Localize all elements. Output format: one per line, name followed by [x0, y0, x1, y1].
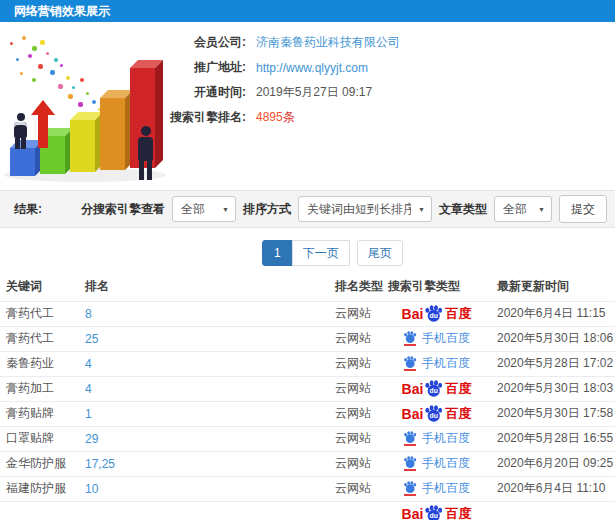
engine-filter-select[interactable]: 全部: [173, 197, 235, 221]
last-page-button[interactable]: 尾页: [357, 240, 403, 266]
svg-text:du: du: [430, 412, 438, 419]
article-type-select[interactable]: 全部: [495, 197, 551, 221]
rank-link[interactable]: 25: [85, 332, 98, 346]
engine-rank-label: 搜索引擎排名:: [148, 109, 246, 126]
pagination: 1 下一页 尾页: [262, 240, 615, 266]
rank-link[interactable]: 17,25: [85, 457, 115, 471]
baidu-mobile-underline: [404, 444, 416, 446]
keyword-cell: 金华防护服: [0, 451, 85, 476]
engine-filter-label: 分搜索引擎查看: [81, 201, 165, 218]
svg-text:du: du: [430, 512, 438, 519]
promo-url-link[interactable]: http://www.qlyyjt.com: [256, 61, 368, 75]
baidu-mobile-underline: [404, 469, 416, 471]
results-table-body: 膏药代工8云网站 Bai du百度2020年6月4日 11:15膏药代工25云网…: [0, 301, 615, 520]
rank-link[interactable]: 1: [85, 407, 92, 421]
rank-type-cell: 云网站: [335, 351, 388, 376]
result-label: 结果:: [14, 201, 42, 218]
baidu-mobile-logo: 手机百度: [403, 480, 470, 497]
baidu-pc-logo: Bai du百度: [402, 505, 472, 520]
table-row: 膏药加工4云网站 Bai du百度2020年5月30日 18:03: [0, 376, 615, 401]
table-row: Bai du百度: [0, 501, 615, 520]
keyword-cell: 膏药贴牌: [0, 401, 85, 426]
table-row: 膏药代工25云网站 手机百度2020年5月30日 18:06: [0, 326, 615, 351]
header-rank: 排名: [85, 272, 335, 301]
table-header-row: 关键词 排名 排名类型 搜索引擎类型 最新更新时间: [0, 272, 615, 301]
keyword-cell: 福建防护服: [0, 476, 85, 501]
baidu-paw-icon: [403, 481, 417, 493]
3d-bar: [10, 148, 35, 176]
submit-button[interactable]: 提交: [559, 195, 607, 223]
baidu-paw-icon: du: [424, 305, 443, 322]
company-info-rows: 会员公司: 济南秦鲁药业科技有限公司 推广地址: http://www.qlyy…: [148, 30, 400, 130]
page-title: 网络营销效果展示: [0, 0, 615, 22]
results-table: 关键词 排名 排名类型 搜索引擎类型 最新更新时间 膏药代工8云网站 Bai d…: [0, 272, 615, 520]
updated-cell: 2020年6月20日 09:25: [485, 451, 615, 476]
company-info-section: 会员公司: 济南秦鲁药业科技有限公司 推广地址: http://www.qlyy…: [0, 22, 615, 190]
rank-link[interactable]: 4: [85, 382, 92, 396]
businessman-figure-left: [14, 113, 27, 149]
engine-cell: Bai du百度: [388, 401, 485, 426]
baidu-paw-icon: du: [424, 405, 443, 422]
table-row: 口罩贴牌29云网站 手机百度2020年5月28日 16:55: [0, 426, 615, 451]
rank-cell: 29: [85, 426, 335, 451]
engine-cell: 手机百度: [388, 426, 485, 451]
rank-link[interactable]: 4: [85, 357, 92, 371]
baidu-paw-icon: [403, 331, 417, 343]
3d-bar: [70, 120, 95, 172]
svg-text:du: du: [430, 387, 438, 394]
svg-text:du: du: [430, 312, 438, 319]
engine-cell: 手机百度: [388, 451, 485, 476]
baidu-paw-icon: du: [424, 505, 443, 520]
rank-cell: 1: [85, 401, 335, 426]
baidu-pc-logo: Bai du百度: [402, 380, 472, 398]
article-type-label: 文章类型: [439, 201, 487, 218]
member-company-link[interactable]: 济南秦鲁药业科技有限公司: [256, 35, 400, 49]
sort-select-wrap: 关键词由短到长排序: [298, 196, 432, 222]
keyword-cell: 膏药代工: [0, 326, 85, 351]
engine-cell: Bai du百度: [388, 501, 485, 520]
rank-link[interactable]: 10: [85, 482, 98, 496]
sort-label: 排序方式: [243, 201, 291, 218]
baidu-pc-logo: Bai du百度: [402, 405, 472, 423]
engine-rank-row: 搜索引擎排名: 4895条: [148, 105, 400, 130]
rank-type-cell: [335, 501, 388, 520]
promo-url-row: 推广地址: http://www.qlyyjt.com: [148, 55, 400, 80]
engine-cell: 手机百度: [388, 476, 485, 501]
updated-cell: 2020年6月4日 11:10: [485, 476, 615, 501]
open-time-label: 开通时间:: [148, 84, 246, 101]
up-arrow-shaft: [38, 114, 48, 148]
updated-cell: 2020年5月28日 16:55: [485, 426, 615, 451]
rank-link[interactable]: 29: [85, 432, 98, 446]
engine-cell: Bai du百度: [388, 301, 485, 326]
next-page-button[interactable]: 下一页: [292, 240, 350, 266]
businessman-figure-right: [138, 126, 153, 180]
keyword-cell: 口罩贴牌: [0, 426, 85, 451]
table-row: 福建防护服10云网站 手机百度2020年6月4日 11:10: [0, 476, 615, 501]
sort-select[interactable]: 关键词由短到长排序: [299, 197, 431, 221]
engine-cell: 手机百度: [388, 351, 485, 376]
open-time-row: 开通时间: 2019年5月27日 09:17: [148, 80, 400, 105]
baidu-mobile-logo: 手机百度: [403, 355, 470, 372]
engine-cell: 手机百度: [388, 326, 485, 351]
baidu-mobile-underline: [404, 344, 416, 346]
baidu-mobile-logo: 手机百度: [403, 455, 470, 472]
page-1-button[interactable]: 1: [262, 240, 293, 266]
rank-link[interactable]: 8: [85, 307, 92, 321]
member-company-label: 会员公司:: [148, 34, 246, 51]
rank-cell: 8: [85, 301, 335, 326]
baidu-paw-icon: [403, 456, 417, 468]
header-rank-type: 排名类型: [335, 272, 388, 301]
table-row: 金华防护服17,25云网站 手机百度2020年6月20日 09:25: [0, 451, 615, 476]
keyword-cell: [0, 501, 85, 520]
rank-cell: 17,25: [85, 451, 335, 476]
header-engine-type: 搜索引擎类型: [388, 272, 485, 301]
engine-rank-count: 4895: [256, 110, 283, 124]
baidu-mobile-logo: 手机百度: [403, 330, 470, 347]
rank-type-cell: 云网站: [335, 426, 388, 451]
rank-cell: [85, 501, 335, 520]
rank-type-cell: 云网站: [335, 376, 388, 401]
engine-rank-unit: 条: [283, 110, 295, 124]
up-arrow-icon: [31, 100, 55, 115]
article-type-select-wrap: 全部: [494, 196, 552, 222]
keyword-cell: 膏药加工: [0, 376, 85, 401]
